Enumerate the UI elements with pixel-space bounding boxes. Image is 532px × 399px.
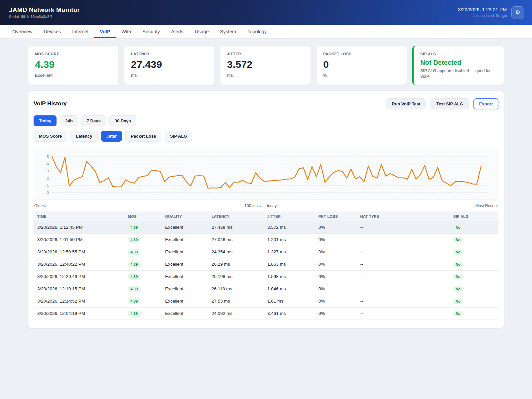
cell-quality: Excellent: [161, 246, 208, 258]
nav-tab-security[interactable]: Security: [137, 25, 165, 38]
run-voip-test-button[interactable]: Run VoIP Test: [386, 98, 426, 109]
stat-label: SIP ALG: [420, 52, 497, 56]
chart-footer-most-recent: Most Recent: [475, 203, 498, 208]
cell-nat-type: --: [357, 258, 450, 270]
panel-actions: Run VoIP Test Test SIP ALG Export: [386, 98, 498, 109]
mos-badge: 4.39: [128, 224, 140, 230]
col-header-sip-alg: SIP ALG: [450, 211, 498, 221]
stat-label: JITTER: [227, 52, 304, 56]
nav-tab-internet[interactable]: Internet: [66, 25, 94, 38]
cell-nat-type: --: [357, 270, 450, 283]
cell-quality: Excellent: [161, 270, 208, 283]
table-row[interactable]: 3/20/2026, 12:04:19 PM 4.39 Excellent 24…: [34, 307, 498, 320]
cell-time: 3/20/2026, 12:14:52 PM: [34, 295, 124, 307]
table-row[interactable]: 3/20/2026, 1:12:45 PM 4.39 Excellent 27.…: [34, 221, 498, 234]
cell-nat-type: --: [357, 246, 450, 258]
sip-alg-badge: No: [453, 274, 463, 279]
table-row[interactable]: 3/20/2026, 12:50:55 PM 4.39 Excellent 24…: [34, 246, 498, 258]
export-button[interactable]: Export: [473, 98, 498, 109]
stat-sub: ms: [131, 73, 208, 78]
sip-alg-badge: No: [453, 286, 463, 292]
nav-tab-voip[interactable]: VoIP: [94, 25, 116, 38]
cell-latency: 26.118 ms: [208, 283, 264, 295]
table-row[interactable]: 3/20/2026, 12:40:22 PM 4.39 Excellent 26…: [34, 258, 498, 270]
nav-tab-wifi[interactable]: WiFi: [116, 25, 137, 38]
cell-sip-alg: No: [450, 295, 498, 307]
nav-tab-alerts[interactable]: Alerts: [166, 25, 189, 38]
y-axis-tick-label: 4: [47, 162, 49, 166]
main-content: MOS SCORE 4.39 Excellent LATENCY 27.439 …: [0, 39, 532, 328]
nav-tab-usage[interactable]: Usage: [189, 25, 214, 38]
cell-time: 3/20/2026, 12:04:19 PM: [34, 307, 124, 320]
voip-history-panel: VoIP History Run VoIP Test Test SIP ALG …: [28, 91, 504, 328]
cell-quality: Excellent: [161, 258, 208, 270]
test-sip-alg-button[interactable]: Test SIP ALG: [431, 98, 469, 109]
cell-time: 3/20/2026, 12:40:22 PM: [34, 258, 124, 270]
nav-tab-topology[interactable]: Topology: [242, 25, 272, 38]
sip-alg-description: SIP ALG appears disabled — good for VoIP: [420, 68, 497, 79]
col-header-nat-type: NAT TYPE: [357, 211, 450, 221]
cell-latency: 24.354 ms: [208, 246, 264, 258]
cell-pkt-loss: 0%: [315, 270, 357, 283]
mos-badge: 4.39: [128, 286, 140, 292]
col-header-pkt-loss: PKT LOSS: [315, 211, 357, 221]
sip-alg-badge: No: [453, 262, 463, 267]
stat-cards: MOS SCORE 4.39 Excellent LATENCY 27.439 …: [28, 46, 504, 85]
stat-card-sip-alg: SIP ALG Not Detected SIP ALG appears dis…: [412, 46, 504, 85]
stat-card-mos-score: MOS SCORE 4.39 Excellent: [28, 46, 119, 85]
metric-button-jitter[interactable]: Jitter: [101, 131, 122, 142]
col-header-latency: LATENCY: [208, 211, 264, 221]
stat-label: PACKET LOSS: [323, 52, 400, 56]
stat-value: 27.439: [131, 59, 208, 70]
cell-pkt-loss: 0%: [315, 246, 357, 258]
col-header-time: TIME: [34, 211, 124, 221]
mos-badge: 4.39: [128, 261, 140, 267]
settings-button[interactable]: ⚙: [511, 6, 524, 19]
time-range-buttons: Today24h7 Days30 Days: [34, 115, 498, 126]
mos-badge: 4.39: [128, 298, 140, 304]
cell-sip-alg: No: [450, 307, 498, 320]
col-header-jitter: JITTER: [264, 211, 315, 221]
cell-nat-type: --: [357, 283, 450, 295]
header-last-updated: Last updated: 0s ago: [458, 14, 507, 18]
table-row[interactable]: 3/20/2026, 12:19:15 PM 4.39 Excellent 26…: [34, 283, 498, 295]
cell-pkt-loss: 0%: [315, 258, 357, 270]
cell-quality: Excellent: [161, 221, 208, 234]
cell-mos: 4.39: [124, 295, 162, 307]
sip-alg-status: Not Detected: [420, 59, 497, 66]
nav-tab-overview[interactable]: Overview: [7, 25, 38, 38]
gear-icon: ⚙: [515, 10, 520, 15]
panel-title: VoIP History: [34, 100, 67, 107]
stat-sub: Excellent: [35, 73, 112, 78]
metric-button-mos-score[interactable]: MOS Score: [34, 131, 67, 142]
cell-mos: 4.39: [124, 233, 162, 246]
nav-tab-system[interactable]: System: [214, 25, 242, 38]
range-button-7-days[interactable]: 7 Days: [81, 115, 106, 126]
cell-time: 3/20/2026, 12:29:49 PM: [34, 270, 124, 283]
metric-button-packet-loss[interactable]: Packet Loss: [125, 131, 161, 142]
table-row[interactable]: 3/20/2026, 1:01:50 PM 4.39 Excellent 27.…: [34, 233, 498, 246]
cell-latency: 27.046 ms: [208, 233, 264, 246]
y-axis-tick-label: 3: [47, 169, 49, 173]
cell-jitter: 1.327 ms: [264, 246, 315, 258]
cell-jitter: 1.61 ms: [264, 295, 315, 307]
mos-badge: 4.39: [128, 237, 140, 243]
metric-button-sip-alg[interactable]: SIP ALG: [165, 131, 192, 142]
range-button-24h[interactable]: 24h: [60, 115, 78, 126]
range-button-30-days[interactable]: 30 Days: [109, 115, 136, 126]
metric-button-latency[interactable]: Latency: [70, 131, 97, 142]
cell-mos: 4.39: [124, 270, 162, 283]
jitter-line-series: [52, 157, 481, 188]
cell-sip-alg: No: [450, 246, 498, 258]
col-header-mos: MOS: [124, 211, 162, 221]
stat-card-latency: LATENCY 27.439 ms: [124, 46, 215, 85]
table-row[interactable]: 3/20/2026, 12:29:49 PM 4.39 Excellent 25…: [34, 270, 498, 283]
nav-tab-devices[interactable]: Devices: [38, 25, 66, 38]
range-button-today[interactable]: Today: [34, 115, 57, 126]
chart-footer-oldest: Oldest: [34, 203, 46, 208]
cell-latency: 25.198 ms: [208, 270, 264, 283]
cell-latency: 27.439 ms: [208, 221, 264, 234]
stat-value: 3.572: [227, 59, 304, 70]
metric-buttons: MOS ScoreLatencyJitterPacket LossSIP ALG: [34, 131, 498, 142]
table-row[interactable]: 3/20/2026, 12:14:52 PM 4.39 Excellent 27…: [34, 295, 498, 307]
